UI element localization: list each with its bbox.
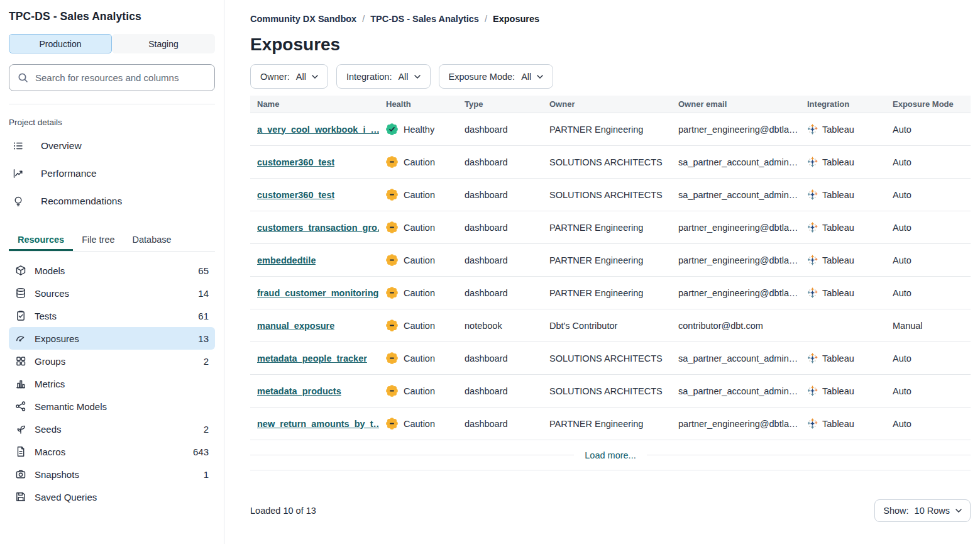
gauge-icon (15, 333, 26, 344)
exposure-name-link[interactable]: customers_transaction_gro… (257, 223, 379, 233)
health-label: Caution (404, 157, 435, 167)
type-cell: dashboard (458, 277, 542, 309)
exposure-name-link[interactable]: customer360_test (257, 190, 334, 200)
tableau-icon (807, 386, 818, 396)
sidebar-item-snapshots[interactable]: Snapshots 1 (9, 463, 215, 486)
owner-email-cell: contributor@dbt.com (671, 309, 800, 341)
exposure-mode-cell: Auto (886, 146, 971, 178)
sidebar-item-overview[interactable]: Overview (9, 132, 215, 160)
health-badge-icon (386, 385, 398, 397)
owner-cell: PARTNER Engineering (542, 211, 671, 243)
tableau-icon (807, 157, 818, 167)
chevron-down-icon (414, 75, 421, 79)
health-badge-icon (386, 156, 398, 168)
tab-database[interactable]: Database (124, 230, 180, 251)
show-rows-dropdown[interactable]: Show: 10 Rows (874, 499, 971, 522)
sidebar-item-saved-queries[interactable]: Saved Queries (9, 486, 215, 508)
search-icon (17, 72, 30, 84)
exposure-mode-cell: Manual (886, 309, 971, 341)
env-staging-button[interactable]: Staging (112, 34, 215, 53)
search-box[interactable] (9, 64, 215, 91)
breadcrumb-link-account[interactable]: Community DX Sandbox (250, 14, 356, 24)
owner-email-cell: partner_engineering@dbtla… (671, 408, 800, 440)
integration-cell: Tableau (800, 244, 886, 276)
integration-label: Tableau (822, 190, 854, 200)
owner-cell: Dbt's Contributor (542, 309, 671, 341)
sidebar-item-tests[interactable]: Tests 61 (9, 304, 215, 327)
exposure-name-link[interactable]: metadata_people_tracker (257, 353, 367, 364)
sidebar-divider (9, 104, 215, 104)
exposure-name-link[interactable]: new_return_amounts_by_t… (257, 419, 379, 429)
health-label: Caution (404, 255, 435, 265)
owner-filter-dropdown[interactable]: Owner: All (250, 64, 328, 89)
exposure-mode-cell: Auto (886, 408, 971, 440)
health-badge-icon (386, 221, 398, 233)
resource-count: 643 (193, 447, 209, 457)
breadcrumb-current: Exposures (493, 14, 539, 24)
sidebar-item-groups[interactable]: Groups 2 (9, 350, 215, 372)
chevron-down-icon (955, 509, 962, 513)
load-more-link[interactable]: Load more... (574, 450, 646, 460)
integration-label: Tableau (822, 223, 854, 233)
table-row: metadata_people_tracker Caution dashboa (250, 342, 971, 375)
sidebar-item-metrics[interactable]: Metrics (9, 372, 215, 395)
tab-resources[interactable]: Resources (9, 230, 73, 251)
sidebar-item-seeds[interactable]: Seeds 2 (9, 418, 215, 440)
integration-label: Tableau (822, 125, 854, 135)
tab-file-tree[interactable]: File tree (73, 230, 123, 251)
integration-cell (800, 309, 886, 341)
sidebar-item-exposures[interactable]: Exposures 13 (9, 327, 215, 350)
file-text-icon (15, 446, 26, 457)
exposure-name-link[interactable]: a_very_cool_workbook_i_… (257, 125, 379, 135)
integration-filter-dropdown[interactable]: Integration: All (336, 64, 431, 89)
health-label: Caution (404, 321, 435, 331)
owner-email-cell: partner_engineering@dbtla… (671, 211, 800, 243)
exposure-name-link[interactable]: metadata_products (257, 386, 341, 396)
sidebar-item-macros[interactable]: Macros 643 (9, 440, 215, 463)
resource-count: 14 (198, 288, 209, 299)
health-badge-icon (386, 319, 398, 331)
integration-label: Tableau (822, 386, 854, 396)
resource-list: Models 65 Sources 14 Tests 61 Exposures … (9, 259, 215, 508)
sidebar-item-performance[interactable]: Performance (9, 160, 215, 187)
exposure-name-link[interactable]: customer360_test (257, 157, 334, 167)
env-production-button[interactable]: Production (9, 34, 112, 53)
tableau-icon (807, 222, 818, 233)
type-cell: dashboard (458, 342, 542, 374)
resource-count: 2 (204, 424, 209, 435)
type-cell: dashboard (458, 179, 542, 211)
tableau-icon (807, 189, 818, 200)
table-footer: Loaded 10 of 13 Show: 10 Rows (250, 499, 971, 522)
health-badge-icon (386, 189, 398, 201)
column-header-owner: Owner (542, 99, 671, 109)
sidebar-item-models[interactable]: Models 65 (9, 259, 215, 282)
sidebar: TPC-DS - Sales Analytics Production Stag… (0, 0, 224, 544)
sidebar-item-recommendations[interactable]: Recommendations (9, 187, 215, 215)
sidebar-item-sources[interactable]: Sources 14 (9, 282, 215, 304)
exposure-mode-cell: Auto (886, 244, 971, 276)
table-row: manual_exposure Caution notebook Db (250, 309, 971, 342)
filter-value: All (398, 72, 408, 82)
divider-line (647, 455, 971, 455)
owner-email-cell: sa_partner_account_admin… (671, 375, 800, 407)
resource-label: Macros (35, 447, 65, 457)
integration-cell: Tableau (800, 179, 886, 211)
owner-email-cell: partner_engineering@dbtla… (671, 113, 800, 145)
exposure-name-link[interactable]: manual_exposure (257, 321, 334, 331)
exposure-mode-cell: Auto (886, 179, 971, 211)
type-cell: dashboard (458, 375, 542, 407)
resource-label: Semantic Models (35, 401, 107, 412)
filter-label: Exposure Mode: (449, 72, 515, 82)
filter-label: Integration: (346, 72, 392, 82)
exposure-mode-filter-dropdown[interactable]: Exposure Mode: All (439, 64, 554, 89)
sidebar-item-semantic-models[interactable]: Semantic Models (9, 395, 215, 418)
seedling-icon (15, 423, 26, 435)
tableau-icon (807, 255, 818, 265)
resource-label: Models (35, 265, 65, 276)
exposure-name-link[interactable]: fraud_customer_monitoring (257, 288, 378, 298)
search-input[interactable] (35, 72, 207, 83)
column-header-type: Type (458, 99, 542, 109)
breadcrumb-link-project[interactable]: TPC-DS - Sales Analytics (370, 14, 479, 24)
owner-cell: PARTNER Engineering (542, 277, 671, 309)
exposure-name-link[interactable]: embeddedtile (257, 255, 316, 265)
